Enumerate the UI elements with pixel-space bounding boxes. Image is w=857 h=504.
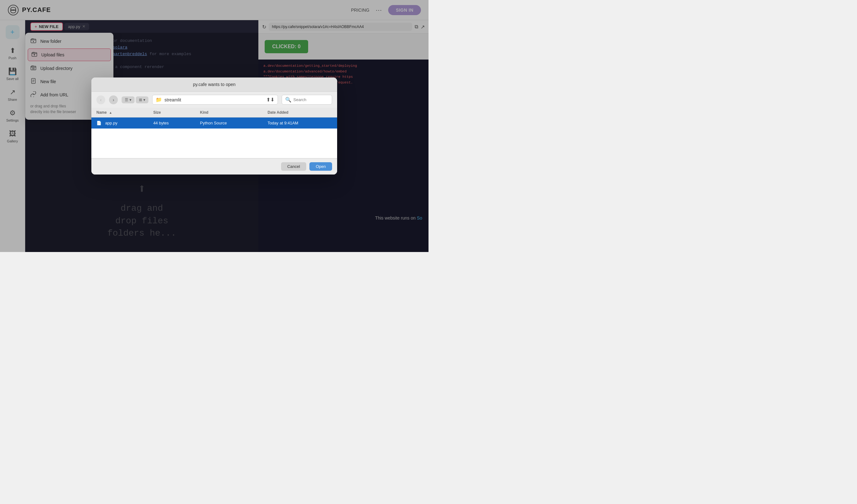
folder-icon: 📁 <box>156 97 162 103</box>
dialog-view-buttons: ☰ ▾ ⊞ ▾ <box>122 96 148 103</box>
col-date: Date Added <box>263 108 337 117</box>
dialog-title: py.cafe wants to open <box>193 82 235 87</box>
col-kind: Kind <box>195 108 263 117</box>
dialog-grid-view-button[interactable]: ⊞ ▾ <box>136 96 148 103</box>
dialog-search-icon: 🔍 <box>285 97 291 103</box>
dialog-search-input[interactable] <box>293 97 331 102</box>
list-view-arrow: ▾ <box>130 98 131 102</box>
dialog-forward-button[interactable]: › <box>109 96 118 104</box>
file-icon: 📄 <box>97 121 101 125</box>
col-name[interactable]: Name ▲ <box>91 108 148 117</box>
dialog-toolbar: ‹ › ☰ ▾ ⊞ ▾ 📁 streamlit ⬆⬇ 🔍 <box>91 92 337 108</box>
sort-arrow-icon: ▲ <box>109 111 112 114</box>
dialog-cancel-button[interactable]: Cancel <box>281 162 306 171</box>
file-name-cell: 📄 app.py <box>91 117 148 129</box>
file-size-cell: 44 bytes <box>148 117 195 129</box>
dialog-list-view-button[interactable]: ☰ ▾ <box>122 96 135 103</box>
file-dialog-overlay[interactable]: py.cafe wants to open ‹ › ☰ ▾ ⊞ ▾ 📁 stre… <box>0 0 428 252</box>
dialog-body: Name ▲ Size Kind Date Added <box>91 108 337 158</box>
list-view-icon: ☰ <box>125 98 128 102</box>
files-table: Name ▲ Size Kind Date Added <box>91 108 337 129</box>
dialog-search[interactable]: 🔍 <box>282 95 332 105</box>
dialog-title-bar: py.cafe wants to open <box>91 78 337 92</box>
folder-selector[interactable]: 📁 streamlit ⬆⬇ <box>152 95 278 105</box>
grid-view-icon: ⊞ <box>139 98 142 102</box>
grid-view-arrow: ▾ <box>144 98 145 102</box>
folder-dropdown-icon: ⬆⬇ <box>266 97 274 103</box>
files-table-body: 📄 app.py 44 bytes Python Source Today at… <box>91 117 337 129</box>
files-table-header: Name ▲ Size Kind Date Added <box>91 108 337 117</box>
col-size: Size <box>148 108 195 117</box>
table-row[interactable]: 📄 app.py 44 bytes Python Source Today at… <box>91 117 337 129</box>
file-dialog: py.cafe wants to open ‹ › ☰ ▾ ⊞ ▾ 📁 stre… <box>91 78 337 174</box>
dialog-footer: Cancel Open <box>91 158 337 174</box>
folder-name: streamlit <box>165 97 264 102</box>
file-date-cell: Today at 9:41AM <box>263 117 337 129</box>
dialog-back-button[interactable]: ‹ <box>97 96 105 104</box>
dialog-open-button[interactable]: Open <box>309 162 332 171</box>
file-kind-cell: Python Source <box>195 117 263 129</box>
